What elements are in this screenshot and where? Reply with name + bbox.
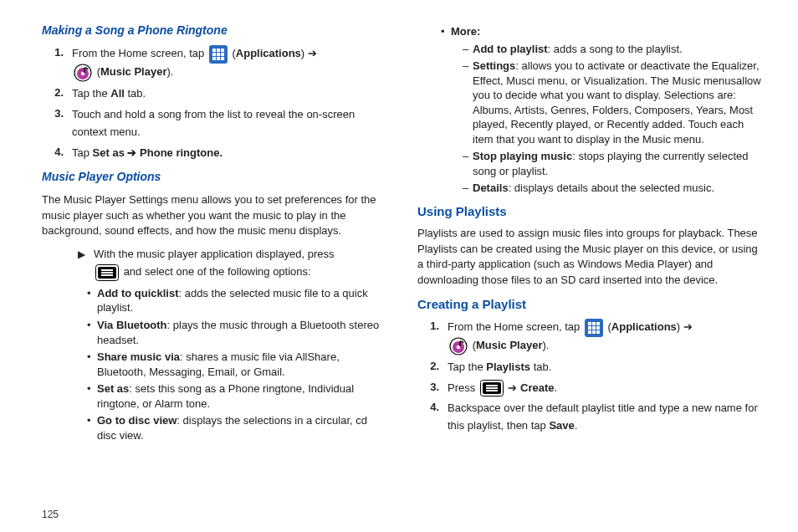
text: . — [555, 381, 558, 394]
step-number: 1. — [417, 319, 448, 356]
svg-rect-23 — [592, 326, 596, 330]
list-item: Stop playing music: stops playing the cu… — [463, 149, 765, 178]
bullet-label: Share music via — [97, 350, 180, 363]
list-item: Details: displays details about the sele… — [463, 181, 765, 196]
menu-key-icon — [480, 380, 504, 396]
more-bullet: More: Add to playlist: adds a song to th… — [439, 24, 765, 196]
text: Tap the — [448, 361, 486, 373]
heading-using-playlists: Using Playlists — [417, 202, 765, 221]
label-save: Save — [549, 419, 574, 432]
label-applications: Applications — [611, 320, 677, 333]
text: tab. — [530, 361, 551, 373]
step-number: 3. — [42, 106, 72, 141]
list-item: Add to quicklist: adds the selected musi… — [85, 286, 389, 315]
playlists-intro: Playlists are used to assign music files… — [417, 226, 765, 289]
svg-rect-26 — [592, 330, 596, 334]
text: Backspace over the default playlist titl… — [448, 402, 758, 432]
arrow-instruction: ▶ With the music player application disp… — [64, 246, 389, 281]
bullet-text: : sets this song as a Phone ringtone, In… — [97, 382, 354, 410]
dash-text: : allows you to activate or deactivate t… — [473, 59, 761, 146]
page-number: 125 — [42, 509, 59, 520]
svg-rect-8 — [217, 57, 220, 60]
create-playlist-steps: 1. From the Home screen, tap (Applicatio… — [417, 319, 765, 435]
step-3: 3. Press ➔ Create. — [417, 380, 765, 397]
list-item: Share music via: shares a music file via… — [85, 350, 389, 379]
step-number: 4. — [417, 400, 448, 435]
text: ). — [542, 339, 549, 351]
bullet-label: Add to quicklist — [97, 287, 179, 299]
text: tab. — [125, 87, 146, 100]
svg-rect-19 — [588, 322, 591, 325]
apps-grid-icon — [585, 319, 603, 337]
svg-rect-2 — [217, 49, 220, 52]
text: ➔ — [508, 381, 520, 394]
step-number: 2. — [42, 85, 72, 103]
list-item-more: More: Add to playlist: adds a song to th… — [439, 24, 765, 196]
list-item: Add to playlist: adds a song to the play… — [463, 42, 765, 57]
text: and select one of the following options: — [124, 265, 311, 278]
svg-rect-4 — [212, 53, 216, 56]
svg-rect-24 — [596, 326, 600, 330]
text: From the Home screen, tap — [72, 48, 207, 60]
step-body: From the Home screen, tap (Applications)… — [72, 45, 389, 82]
menu-key-icon — [95, 264, 119, 281]
svg-rect-22 — [588, 326, 591, 330]
text: Tap — [72, 146, 93, 159]
step-body: Press ➔ Create. — [448, 380, 765, 397]
list-item: Via Bluetooth: plays the music through a… — [85, 318, 389, 347]
svg-rect-35 — [486, 390, 498, 391]
text: Tap the — [72, 87, 110, 100]
text: ) ➔ — [677, 320, 693, 333]
svg-rect-1 — [212, 49, 216, 52]
options-block: ▶ With the music player application disp… — [42, 246, 389, 442]
label-music-player: Music Player — [476, 339, 543, 351]
step-body: Tap Set as ➔ Phone ringtone. — [72, 145, 389, 162]
dash-label: Stop playing music — [473, 150, 572, 162]
list-item: Set as: sets this song as a Phone ringto… — [85, 381, 389, 411]
text: ). — [166, 66, 173, 79]
dash-label: Settings — [473, 59, 515, 72]
step-body: Tap the All tab. — [72, 85, 389, 103]
svg-rect-6 — [221, 53, 224, 56]
svg-rect-5 — [217, 53, 220, 56]
label-music-player: Music Player — [100, 66, 167, 79]
step-2: 2. Tap the All tab. — [42, 85, 389, 103]
step-number: 2. — [417, 359, 448, 376]
step-number: 1. — [42, 45, 72, 82]
bullet-label: Go to disc view — [97, 414, 176, 427]
dash-label: Details — [473, 182, 509, 194]
step-1: 1. From the Home screen, tap (Applicatio… — [42, 45, 389, 82]
bullet-label: Via Bluetooth — [97, 319, 167, 331]
heading-ringtone: Making a Song a Phone Ringtone — [42, 22, 389, 38]
step-1: 1. From the Home screen, tap (Applicatio… — [417, 319, 765, 356]
step-4: 4. Tap Set as ➔ Phone ringtone. — [42, 145, 389, 162]
step-body: Touch and hold a song from the list to r… — [72, 106, 389, 141]
svg-rect-3 — [221, 49, 224, 52]
svg-rect-7 — [212, 57, 216, 60]
options-intro: The Music Player Settings menu allows yo… — [42, 192, 389, 240]
label-playlists: Playlists — [486, 361, 530, 373]
text: ) ➔ — [301, 48, 317, 60]
svg-rect-15 — [101, 269, 113, 271]
svg-rect-33 — [486, 385, 498, 386]
options-bullets: Add to quicklist: adds the selected musi… — [85, 286, 389, 442]
more-sublist: Add to playlist: adds a song to the play… — [463, 42, 765, 196]
step-2: 2. Tap the Playlists tab. — [417, 359, 765, 376]
step-3: 3. Touch and hold a song from the list t… — [42, 106, 389, 141]
bullet-label: Set as — [97, 382, 129, 395]
heading-music-options: Music Player Options — [42, 168, 389, 185]
svg-rect-34 — [486, 387, 498, 389]
manual-page: Making a Song a Phone Ringtone 1. From t… — [0, 0, 798, 532]
step-body: Tap the Playlists tab. — [448, 359, 765, 376]
step-4: 4. Backspace over the default playlist t… — [417, 400, 765, 435]
svg-rect-27 — [596, 330, 600, 334]
step-body: From the Home screen, tap (Applications)… — [448, 319, 765, 356]
label-applications: Applications — [236, 48, 301, 60]
label-create: Create — [520, 381, 554, 394]
dash-label: Add to playlist — [473, 43, 548, 55]
music-player-icon — [449, 337, 468, 356]
label-all: All — [110, 87, 125, 100]
arrow-body: With the music player application displa… — [94, 246, 389, 281]
svg-rect-9 — [221, 57, 224, 60]
text: Press — [448, 381, 478, 394]
